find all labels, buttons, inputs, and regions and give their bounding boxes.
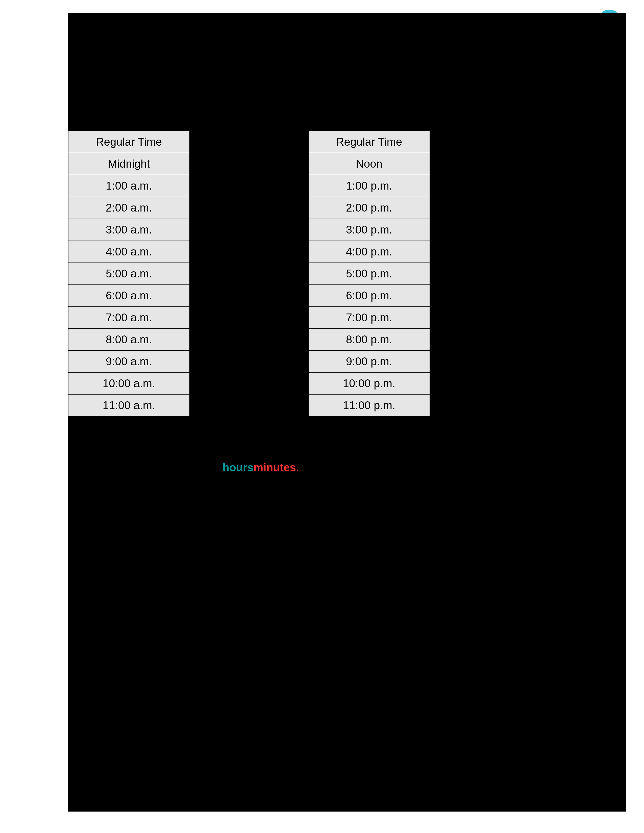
table-row: 10:00 p.m. — [308, 372, 430, 394]
table-header: Regular Time — [68, 131, 190, 153]
hours-minutes-legend: hoursminutes. — [222, 461, 299, 474]
table-header: Regular Time — [308, 131, 430, 153]
content-black-block: Regular Time Midnight 1:00 a.m. 2:00 a.m… — [68, 13, 626, 812]
table-row: 7:00 p.m. — [308, 306, 430, 328]
table-row: 2:00 a.m. — [68, 197, 190, 219]
table-row: 9:00 a.m. — [68, 351, 190, 372]
minutes-label: minutes — [253, 461, 296, 474]
table-row: 6:00 a.m. — [68, 285, 190, 306]
hours-label: hours — [222, 461, 253, 474]
tables-row: Regular Time Midnight 1:00 a.m. 2:00 a.m… — [68, 131, 430, 416]
table-row: 8:00 p.m. — [308, 328, 430, 351]
table-row: 4:00 p.m. — [308, 241, 430, 262]
table-row: 6:00 p.m. — [308, 285, 430, 306]
table-row: 7:00 a.m. — [68, 306, 190, 328]
table-row: 11:00 p.m. — [308, 394, 430, 416]
table-row: 3:00 a.m. — [68, 219, 190, 241]
table-row: 3:00 p.m. — [308, 219, 430, 241]
page: AllBusiness Templates Regular Time Midni… — [0, 0, 644, 833]
table-row: 5:00 a.m. — [68, 262, 190, 285]
table-row: 4:00 a.m. — [68, 241, 190, 262]
table-row: 10:00 a.m. — [68, 372, 190, 394]
minutes-dot: . — [296, 461, 299, 474]
table-row: 1:00 p.m. — [308, 175, 430, 197]
table-row: 2:00 p.m. — [308, 197, 430, 219]
table-row: 8:00 a.m. — [68, 328, 190, 351]
table-row: 11:00 a.m. — [68, 394, 190, 416]
time-table-left: Regular Time Midnight 1:00 a.m. 2:00 a.m… — [68, 131, 190, 416]
time-table-right: Regular Time Noon 1:00 p.m. 2:00 p.m. 3:… — [308, 131, 430, 416]
table-row: 5:00 p.m. — [308, 262, 430, 285]
table-row: 1:00 a.m. — [68, 175, 190, 197]
table-row: 9:00 p.m. — [308, 351, 430, 372]
table-row: Noon — [308, 153, 430, 175]
table-row: Midnight — [68, 153, 190, 175]
